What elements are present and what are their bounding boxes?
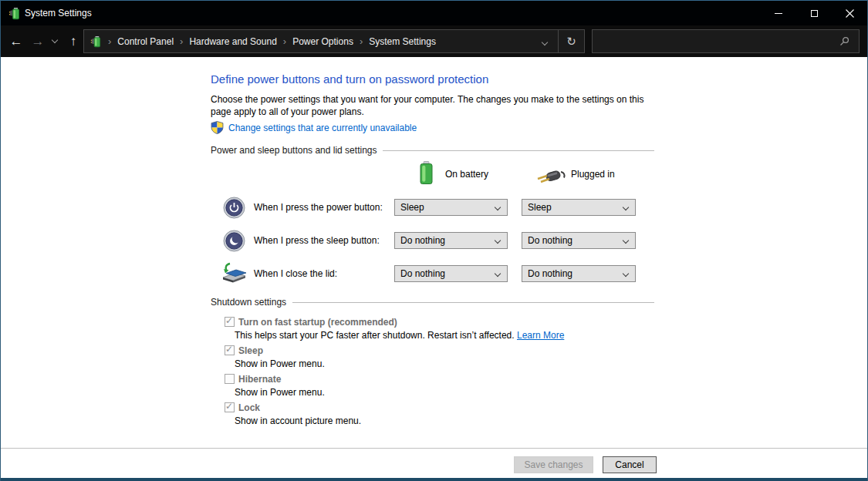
selected-value: Do nothing [400,266,445,281]
forward-button[interactable]: → [27,25,49,57]
uac-shield-icon [211,121,224,134]
titlebar: System Settings [1,1,867,25]
breadcrumb-separator: › [174,35,189,47]
chevron-down-icon [495,237,501,244]
maximize-button[interactable] [796,1,832,25]
fast-startup-description: This helps start your PC faster after sh… [235,330,564,341]
breadcrumb: › Control Panel › Hardware and Sound › P… [83,29,559,53]
lock-description: Show in account picture menu. [235,415,361,426]
sleep-description: Show in Power menu. [235,358,325,369]
shutdown-section-header: Shutdown settings [211,297,654,308]
window-title: System Settings [25,8,92,18]
hibernate-label: Hibernate [238,374,281,385]
hibernate-description: Show in Power menu. [235,387,325,398]
search-icon [839,36,849,46]
back-icon: ← [10,34,23,49]
close-icon [846,9,854,18]
chevron-down-icon [495,204,501,210]
system-settings-window: System Settings ← → ↑ [0,0,868,481]
breadcrumb-separator: › [353,35,369,47]
lock-checkbox: ✓ [225,402,235,412]
minimize-button[interactable] [761,1,796,25]
selected-value: Sleep [400,200,424,215]
close-button[interactable] [832,1,867,25]
close-lid-row-label: When I close the lid: [254,268,337,279]
main-content: Define power buttons and turn on passwor… [1,57,867,448]
sleep-checkbox: ✓ [225,345,235,355]
page-title: Define power buttons and turn on passwor… [211,72,488,86]
power-options-app-icon [8,7,21,20]
breadcrumb-item-control-panel[interactable]: Control Panel [117,36,174,47]
power-button-plugged-in-select[interactable]: Sleep [522,199,636,216]
back-button[interactable]: ← [5,25,27,57]
section-rule [292,302,654,303]
recent-pages-button[interactable] [48,25,62,57]
power-button-on-battery-select[interactable]: Sleep [394,199,508,216]
page-description: Choose the power settings that you want … [211,93,662,118]
change-unavailable-settings-link[interactable]: Change settings that are currently unava… [228,123,417,133]
sleep-button-plugged-in-select[interactable]: Do nothing [522,232,636,249]
selected-value: Do nothing [528,266,572,281]
forward-icon: → [32,34,45,49]
close-lid-plugged-in-select[interactable]: Do nothing [522,265,636,282]
on-battery-column-header: On battery [445,169,488,180]
fast-startup-checkbox: ✓ [225,317,235,327]
power-section-title: Power and sleep buttons and lid settings [211,145,377,156]
checkmark-icon: ✓ [225,344,233,355]
sleep-button-row-label: When I press the sleep button: [254,235,380,246]
address-bar: ← → ↑ › Control Panel › Hardware and Sou… [1,25,867,57]
search-box [592,29,860,53]
selected-value: Sleep [528,200,552,215]
sleep-label: Sleep [238,345,263,356]
power-button-icon [223,197,245,219]
cancel-button[interactable]: Cancel [603,456,657,473]
breadcrumb-item-power-options[interactable]: Power Options [292,36,353,47]
hibernate-checkbox: ✓ [225,374,235,384]
power-section-header: Power and sleep buttons and lid settings [211,145,654,156]
chevron-down-icon [495,271,501,277]
lock-label: Lock [238,402,260,413]
search-input[interactable] [593,30,839,52]
close-lid-on-battery-select[interactable]: Do nothing [394,265,508,282]
chevron-down-icon [542,39,548,45]
fast-startup-label: Turn on fast startup (recommended) [238,317,397,328]
breadcrumb-separator: › [102,35,117,47]
footer: Save changes Cancel [1,448,867,478]
shutdown-section-title: Shutdown settings [211,297,286,308]
learn-more-link[interactable]: Learn More [517,330,564,341]
uac-settings-link-row: Change settings that are currently unava… [211,121,417,134]
minimize-icon [775,13,782,14]
checkmark-icon: ✓ [225,401,233,412]
chevron-down-icon [623,204,629,210]
section-rule [383,150,654,151]
checkmark-icon: ✓ [225,315,233,326]
plugged-in-column-header: Plugged in [571,169,615,180]
refresh-icon: ↻ [566,35,576,49]
address-app-icon [90,35,102,48]
window-bottom-border [1,478,867,481]
address-dropdown-button[interactable] [532,36,558,47]
breadcrumb-separator: › [277,35,292,47]
chevron-down-icon [52,36,58,42]
chevron-down-icon [623,237,629,244]
maximize-icon [811,10,818,17]
window-controls [761,1,867,25]
selected-value: Do nothing [528,233,572,248]
selected-value: Do nothing [400,233,445,248]
up-button[interactable]: ↑ [62,25,84,57]
power-button-row-label: When I press the power button: [254,202,383,213]
sleep-button-icon [223,230,245,252]
battery-icon [419,161,434,185]
save-changes-button: Save changes [514,456,593,473]
breadcrumb-item-system-settings[interactable]: System Settings [369,36,436,47]
plug-icon [535,166,567,184]
breadcrumb-item-hardware-and-sound[interactable]: Hardware and Sound [189,36,276,47]
sleep-button-on-battery-select[interactable]: Do nothing [394,232,508,249]
laptop-lid-icon [221,262,248,284]
chevron-down-icon [623,271,629,277]
up-icon: ↑ [70,34,77,49]
refresh-button[interactable]: ↻ [559,29,585,53]
fast-startup-description-text: This helps start your PC faster after sh… [235,330,515,341]
